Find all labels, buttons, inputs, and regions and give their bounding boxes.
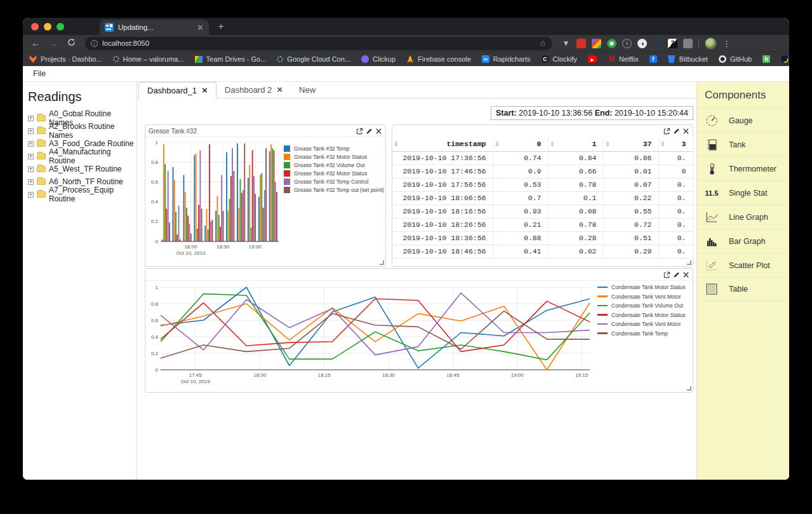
extension-icon-red[interactable] bbox=[576, 39, 586, 48]
legend-item[interactable]: Condensate Tank Temp bbox=[597, 330, 686, 337]
expand-plus-icon[interactable]: + bbox=[28, 166, 34, 172]
tree-item[interactable]: +A4_Manufacturing Routine bbox=[28, 150, 136, 163]
sort-icon[interactable] bbox=[604, 141, 609, 147]
extension-icon-green[interactable] bbox=[607, 39, 616, 48]
zoom-window-button[interactable] bbox=[57, 23, 64, 30]
browser-menu-icon[interactable]: ⋮ bbox=[722, 39, 730, 48]
edit-pencil-icon[interactable] bbox=[673, 128, 680, 135]
bookmark-item[interactable]: Home – valoruma... bbox=[113, 55, 184, 63]
column-header-3[interactable]: 3 bbox=[658, 137, 693, 151]
tree-item[interactable]: +A5_West_TF Routine bbox=[28, 163, 136, 175]
url-text[interactable]: localhost:8050 bbox=[102, 39, 535, 47]
bookmark-item[interactable]: GitHub bbox=[719, 55, 752, 63]
extension-icon-info[interactable]: i bbox=[622, 39, 632, 48]
sort-icon[interactable] bbox=[392, 141, 398, 147]
legend-item[interactable]: Grease Tank #32 Temp bbox=[284, 145, 384, 152]
expand-plus-icon[interactable]: + bbox=[28, 141, 34, 147]
legend-item[interactable]: Condensate Tank Motor Status bbox=[597, 312, 686, 318]
edit-pencil-icon[interactable] bbox=[366, 128, 373, 135]
bookmark-item[interactable]: ▶ bbox=[588, 55, 597, 63]
legend-item[interactable]: Condensate Tank Volume Out bbox=[597, 302, 686, 309]
column-header-timestamp[interactable]: timestamp bbox=[392, 137, 493, 151]
extension-icon-gray[interactable] bbox=[683, 39, 693, 48]
forward-icon[interactable]: → bbox=[46, 38, 61, 48]
column-header-1[interactable]: 1 bbox=[548, 137, 603, 151]
sort-icon[interactable] bbox=[549, 141, 554, 147]
legend-item[interactable]: Condensate Tank Motor Status bbox=[597, 284, 686, 290]
close-icon[interactable] bbox=[682, 128, 689, 135]
bookmark-item[interactable]: Clickup bbox=[361, 55, 396, 63]
resize-handle[interactable] bbox=[687, 260, 691, 265]
profile-avatar[interactable] bbox=[705, 37, 717, 50]
edit-pencil-icon[interactable] bbox=[673, 271, 680, 278]
bookmark-item[interactable]: CClockify bbox=[542, 55, 578, 63]
address-bar[interactable]: i localhost:8050 ☆ bbox=[85, 37, 552, 50]
legend-item[interactable]: Grease Tank #32 Temp Control bbox=[284, 179, 384, 185]
sort-icon[interactable] bbox=[493, 141, 499, 147]
component-item-thermometer[interactable]: Thermometer bbox=[697, 156, 789, 180]
component-item-scatter-plot[interactable]: Scatter Plot bbox=[697, 253, 789, 277]
minimize-window-button[interactable] bbox=[44, 23, 51, 30]
tab-close-icon[interactable]: × bbox=[202, 86, 208, 94]
bookmark-item[interactable]: Team Drives - Go... bbox=[195, 55, 267, 63]
close-icon[interactable] bbox=[375, 128, 382, 135]
open-in-window-icon[interactable] bbox=[663, 128, 670, 135]
expand-plus-icon[interactable]: + bbox=[28, 116, 34, 121]
legend-item[interactable]: Grease Tank #32 Temp out (set point) bbox=[284, 187, 384, 193]
expand-plus-icon[interactable]: + bbox=[28, 179, 34, 185]
dashboard-tab-dashboard-1[interactable]: Dashboard_1× bbox=[138, 82, 216, 98]
browser-tab[interactable]: Updating... ✕ bbox=[100, 20, 209, 35]
column-header-37[interactable]: 37 bbox=[603, 137, 658, 151]
expand-plus-icon[interactable]: + bbox=[28, 192, 34, 198]
component-item-bar-graph[interactable]: Bar Graph bbox=[697, 229, 789, 253]
expand-plus-icon[interactable]: + bbox=[28, 128, 34, 134]
bookmark-star-icon[interactable]: ☆ bbox=[539, 39, 547, 48]
tree-item[interactable]: +A2_Brooks Routine Names bbox=[28, 125, 136, 137]
dashboard-tab-new[interactable]: New bbox=[291, 81, 324, 98]
component-item-tank[interactable]: Tank bbox=[697, 132, 789, 156]
legend-item[interactable]: Condensate Tank Vent Motor bbox=[597, 294, 686, 300]
component-item-gauge[interactable]: Gauge bbox=[697, 108, 789, 132]
vimium-extension-icon[interactable]: ▼ bbox=[561, 39, 571, 48]
component-item-line-graph[interactable]: Line Graph bbox=[697, 205, 789, 229]
extension-icon-z[interactable]: Z bbox=[668, 39, 677, 48]
back-icon[interactable]: ← bbox=[28, 38, 43, 48]
component-item-single-stat[interactable]: 11.5Single Stat bbox=[697, 180, 789, 205]
extension-icon-photos[interactable] bbox=[592, 39, 601, 48]
bookmark-item[interactable]: ∞Rapidcharts bbox=[482, 55, 531, 63]
bookmark-item[interactable]: Google Cloud Con... bbox=[277, 55, 350, 63]
resize-handle[interactable] bbox=[687, 386, 691, 391]
bookmark-item[interactable]: Firebase console bbox=[406, 55, 471, 63]
close-window-button[interactable] bbox=[31, 23, 39, 30]
bookmark-item[interactable]: Dyn bbox=[781, 55, 789, 63]
close-icon[interactable] bbox=[682, 271, 689, 278]
bookmark-item[interactable]: Bitbucket bbox=[668, 55, 708, 63]
bookmark-item[interactable]: Projects · Dashbo... bbox=[29, 55, 102, 63]
column-header-0[interactable]: 0 bbox=[493, 137, 548, 151]
toolbar-divider bbox=[698, 39, 699, 48]
legend-item[interactable]: Grease Tank #32 Volume Out bbox=[284, 162, 384, 168]
sort-icon[interactable] bbox=[659, 141, 665, 147]
open-in-window-icon[interactable] bbox=[663, 271, 670, 278]
bookmark-item[interactable]: h bbox=[762, 55, 770, 63]
legend-swatch bbox=[284, 162, 290, 168]
tree-item[interactable]: +A7_Process_Equip Routine bbox=[28, 188, 136, 201]
tab-close-icon[interactable]: × bbox=[277, 86, 283, 93]
legend-item[interactable]: Condensate Tank Vent Motor bbox=[597, 321, 686, 327]
extension-icon-blue[interactable] bbox=[653, 39, 662, 48]
bookmark-item[interactable]: NNetflix bbox=[608, 55, 639, 63]
tab-close-icon[interactable]: ✕ bbox=[197, 23, 204, 32]
legend-item[interactable]: Grease Tank #32 Motor Status bbox=[284, 154, 384, 160]
page-info-icon[interactable]: i bbox=[91, 40, 98, 47]
resize-handle[interactable] bbox=[380, 260, 384, 265]
dark-mode-extension-icon[interactable]: ◑ bbox=[637, 39, 647, 48]
legend-item[interactable]: Grease Tank #32 Motor Status bbox=[284, 170, 384, 177]
expand-plus-icon[interactable]: + bbox=[28, 154, 34, 159]
component-item-table[interactable]: Table bbox=[697, 277, 789, 301]
dashboard-tab-dashboard-2[interactable]: Dashboard 2× bbox=[216, 81, 291, 98]
new-tab-button[interactable]: + bbox=[218, 20, 224, 33]
bookmark-item[interactable]: f bbox=[649, 55, 657, 63]
open-in-window-icon[interactable] bbox=[356, 128, 363, 135]
reload-icon[interactable] bbox=[63, 38, 79, 48]
file-menu[interactable]: File bbox=[33, 69, 46, 78]
